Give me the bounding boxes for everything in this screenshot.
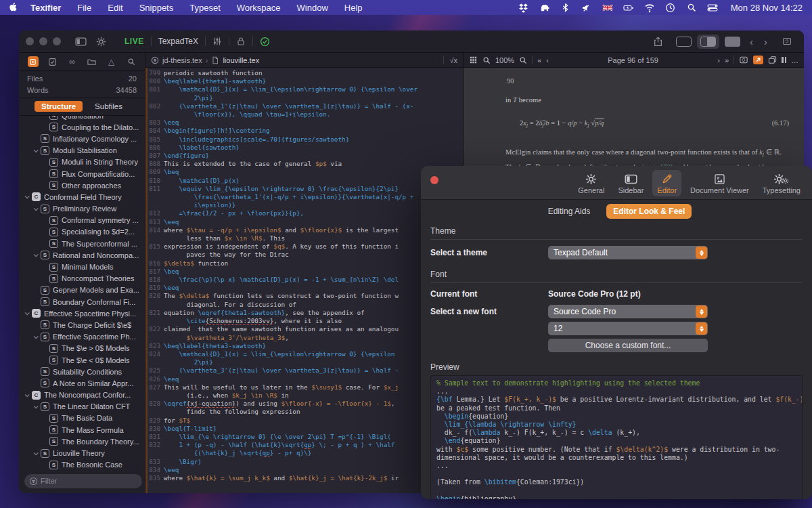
code-line[interactable]: 2\pi} — [145, 358, 463, 366]
close-button[interactable] — [430, 176, 438, 184]
menu-item-typeset[interactable]: Typeset — [189, 3, 221, 13]
code-line[interactable]: 823\beq\label{theta3-sawtooth} — [145, 342, 463, 350]
menu-item-edit[interactable]: Edit — [108, 3, 122, 13]
code-line[interactable]: 819\eeq — [145, 284, 463, 292]
segment-editing-aids[interactable]: Editing Aids — [541, 204, 597, 219]
sync-view-icon[interactable] — [739, 56, 748, 64]
chevron-down-icon[interactable] — [32, 405, 39, 408]
tree-item[interactable]: SQuantisation — [19, 116, 145, 121]
thumbnails-grid-icon[interactable] — [469, 56, 478, 64]
volume-muted-icon[interactable] — [581, 2, 592, 13]
code-line[interactable]: 818 \frac{\p}{\p x} \mathcal{D}_p(x) = -… — [145, 276, 463, 284]
code-line[interactable]: $\vartheta_3'/\vartheta_3$, — [145, 334, 463, 342]
code-line[interactable]: 835where $\hat{k} = \sum_j k_k$ and $\ha… — [145, 474, 463, 482]
close-button[interactable] — [26, 37, 34, 45]
first-page-button[interactable]: « — [537, 56, 541, 64]
menu-item-texifier[interactable]: Texifier — [30, 3, 61, 13]
code-line[interactable]: 814where $\tau = -q/p + i\epsilon$ and $… — [145, 226, 463, 234]
tree-item[interactable]: SThe Mass Formula — [19, 424, 145, 436]
code-line[interactable]: 810 \mathcal{D}_p(x) — [145, 177, 463, 185]
minimize-button[interactable] — [39, 37, 47, 45]
tree-item[interactable]: SNoncompact Theories — [19, 273, 145, 284]
tree-item[interactable]: SA Note on Similar Appr... — [19, 377, 145, 389]
code-line[interactable]: 831 \lim_{\e \rightarrow 0} {\e \over 2\… — [145, 433, 463, 441]
tree-item[interactable]: SLiouville Theory — [19, 447, 145, 459]
structure-view-icon[interactable] — [28, 56, 39, 67]
tree-item[interactable]: SMinimal Models — [19, 261, 145, 272]
theme-select[interactable]: Texpad Default — [548, 246, 708, 259]
project-settings-gear-icon[interactable] — [96, 37, 106, 47]
code-line[interactable]: \cite{Schomerus:2003vv}, where it is als… — [145, 317, 463, 325]
code-line[interactable]: (i.e., when $k_j \in \R$ in — [145, 391, 463, 400]
tree-item[interactable]: SOther approaches — [19, 179, 145, 191]
code-line[interactable]: 801 \mathcal{D}_1(x) = \lim_{\epsilon\ri… — [145, 85, 463, 93]
code-line[interactable]: 824 \mathcal{D}_1(x) = \lim_{\epsilon\ri… — [145, 350, 463, 358]
code-line[interactable]: 833 \Bigr) — [145, 458, 463, 466]
battery-charging-icon[interactable] — [623, 2, 634, 13]
code-line[interactable]: 803\eeq — [145, 119, 463, 127]
chevron-down-icon[interactable] — [32, 253, 39, 257]
issues-warning-icon[interactable]: △ — [106, 56, 117, 67]
tree-item[interactable]: SFlux Compactificatio... — [19, 168, 145, 179]
code-line[interactable]: 813\eeq — [145, 218, 463, 226]
share-icon[interactable] — [653, 37, 663, 47]
code-line[interactable]: 812 =\frac{1/2 - px + \floor{px}}{p}, — [145, 209, 463, 217]
code-line[interactable]: finds the following expression — [145, 408, 463, 416]
tree-item[interactable]: SBoundary Conformal Fi... — [19, 296, 145, 308]
tree-item[interactable]: SThe $\e > 0$ Models — [19, 343, 145, 354]
code-line[interactable]: 805 \includegraphics[scale=.70]{figures/… — [145, 135, 463, 144]
tab-structure[interactable]: Structure — [35, 101, 83, 112]
code-line[interactable]: 2\pi} — [145, 94, 463, 102]
todo-checkbox-icon[interactable] — [47, 56, 58, 67]
menu-item-workspace[interactable]: Workspace — [237, 3, 281, 13]
layout-single-button[interactable] — [676, 37, 692, 47]
jump-to-source-icon[interactable] — [753, 56, 763, 64]
code-line[interactable]: less than $x \in \R$. This — [145, 234, 463, 242]
elephant-icon[interactable] — [539, 2, 550, 13]
menu-item-snippets[interactable]: Snippets — [139, 3, 174, 13]
lock-icon[interactable] — [236, 37, 246, 46]
tab-document-viewer[interactable]: Document Viewer — [685, 170, 754, 196]
code-line[interactable]: paves the way for the Dirac — [145, 251, 463, 259]
symbols-infinity-icon[interactable]: ∞ — [67, 56, 78, 67]
font-family-select[interactable]: Source Code Pro — [548, 305, 708, 318]
tree-item[interactable]: SPreliminary Review — [19, 203, 145, 215]
code-line[interactable]: {(\hat{k}_j \sqrt{qp} - p+ q)\} — [145, 449, 463, 457]
breadcrumb-file[interactable]: liouville.tex — [223, 56, 259, 64]
tree-item[interactable]: SThe $\e < 0$ Models — [19, 354, 145, 366]
tree-item[interactable]: SThe Linear Dilaton CFT — [19, 401, 145, 412]
tab-sidebar[interactable]: Sidebar — [613, 170, 648, 196]
detach-window-icon[interactable] — [782, 37, 792, 46]
page-indicator[interactable]: Page 96 of 159 — [554, 56, 713, 64]
code-line[interactable]: 821equation \eqref{theta1-sawtooth}, see… — [145, 309, 463, 317]
code-line[interactable]: 815expression is independent of $q$. A k… — [145, 242, 463, 251]
code-line[interactable]: 828\eqref{xj-equation}) and using $\floo… — [145, 400, 463, 408]
typeset-success-check-icon[interactable] — [260, 37, 270, 47]
wifi-icon[interactable] — [644, 2, 655, 13]
tree-item[interactable]: SModuli Stabilisation — [19, 145, 145, 156]
control-center-icon[interactable] — [707, 2, 718, 13]
tree-item[interactable]: CEffective Spacetime Physi... — [19, 308, 145, 319]
keyboard-flag-uk-icon[interactable] — [602, 2, 613, 13]
tree-item[interactable]: CConformal Field Theory — [19, 191, 145, 203]
code-line[interactable]: 808This is extended to the case of gener… — [145, 160, 463, 168]
code-line[interactable]: 809\beq — [145, 168, 463, 176]
menu-item-help[interactable]: Help — [344, 3, 363, 13]
code-line[interactable]: 830\beql{T-limit} — [145, 425, 463, 433]
code-lines[interactable]: 799periodic sawtooth function800\beq\lab… — [145, 68, 463, 493]
code-line[interactable]: \floor{x}), \qquad \tau=1+i\epsilon. — [145, 110, 463, 119]
math-preview-icon[interactable]: √x — [449, 56, 457, 64]
tab-general[interactable]: General — [573, 170, 609, 196]
apple-menu-icon[interactable] — [9, 3, 18, 13]
tab-subfiles[interactable]: Subfiles — [88, 101, 129, 112]
more-options-icon[interactable]: … — [791, 56, 798, 64]
last-page-button[interactable]: » — [725, 56, 729, 64]
code-line[interactable]: 804\begin{figure}[h!]\centering — [145, 127, 463, 135]
dropbox-icon[interactable] — [518, 2, 529, 13]
spotlight-icon[interactable] — [686, 2, 697, 13]
menu-item-window[interactable]: Window — [297, 3, 328, 13]
tree-item[interactable]: SThe Basic Data — [19, 412, 145, 424]
choose-custom-font-button[interactable]: Choose a custom font... — [548, 339, 708, 352]
stacked-windows-icon[interactable] — [768, 56, 777, 64]
font-size-select[interactable]: 12 — [548, 322, 708, 335]
